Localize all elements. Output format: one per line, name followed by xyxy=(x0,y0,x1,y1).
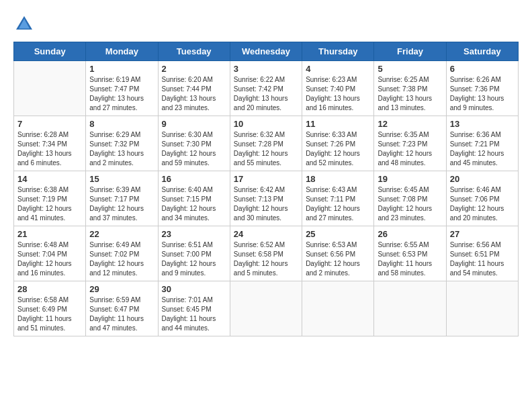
day-info: Sunrise: 6:19 AMSunset: 7:47 PMDaylight:… xyxy=(89,75,154,113)
day-number: 20 xyxy=(450,174,515,184)
calendar-cell: 13Sunrise: 6:36 AMSunset: 7:21 PMDayligh… xyxy=(446,116,518,171)
day-number: 2 xyxy=(162,64,226,74)
calendar-cell: 7Sunrise: 6:28 AMSunset: 7:34 PMDaylight… xyxy=(14,116,86,171)
day-header-friday: Friday xyxy=(374,42,446,61)
day-info: Sunrise: 6:25 AMSunset: 7:38 PMDaylight:… xyxy=(378,75,442,113)
day-number: 12 xyxy=(378,119,442,129)
calendar-cell xyxy=(14,61,86,116)
day-header-monday: Monday xyxy=(86,42,158,61)
calendar-cell: 19Sunrise: 6:45 AMSunset: 7:08 PMDayligh… xyxy=(374,171,446,226)
day-number: 26 xyxy=(378,229,442,239)
day-info: Sunrise: 6:33 AMSunset: 7:26 PMDaylight:… xyxy=(306,130,370,168)
day-number: 11 xyxy=(306,119,370,129)
days-header-row: SundayMondayTuesdayWednesdayThursdayFrid… xyxy=(14,42,519,61)
calendar: SundayMondayTuesdayWednesdayThursdayFrid… xyxy=(13,42,519,336)
calendar-cell: 17Sunrise: 6:42 AMSunset: 7:13 PMDayligh… xyxy=(230,171,302,226)
day-info: Sunrise: 6:28 AMSunset: 7:34 PMDaylight:… xyxy=(17,130,82,168)
day-info: Sunrise: 6:52 AMSunset: 6:58 PMDaylight:… xyxy=(234,240,298,278)
day-number: 10 xyxy=(234,119,298,129)
calendar-cell: 24Sunrise: 6:52 AMSunset: 6:58 PMDayligh… xyxy=(230,226,302,281)
calendar-cell: 21Sunrise: 6:48 AMSunset: 7:04 PMDayligh… xyxy=(14,226,86,281)
calendar-cell: 12Sunrise: 6:35 AMSunset: 7:23 PMDayligh… xyxy=(374,116,446,171)
day-info: Sunrise: 6:45 AMSunset: 7:08 PMDaylight:… xyxy=(378,185,442,223)
week-row-4: 21Sunrise: 6:48 AMSunset: 7:04 PMDayligh… xyxy=(14,226,519,281)
day-number: 16 xyxy=(162,174,226,184)
day-info: Sunrise: 6:20 AMSunset: 7:44 PMDaylight:… xyxy=(162,75,226,113)
day-number: 18 xyxy=(306,174,370,184)
week-row-5: 28Sunrise: 6:58 AMSunset: 6:49 PMDayligh… xyxy=(14,281,519,336)
calendar-cell: 8Sunrise: 6:29 AMSunset: 7:32 PMDaylight… xyxy=(86,116,158,171)
day-info: Sunrise: 6:56 AMSunset: 6:51 PMDaylight:… xyxy=(450,240,515,278)
day-number: 15 xyxy=(89,174,154,184)
day-info: Sunrise: 6:29 AMSunset: 7:32 PMDaylight:… xyxy=(89,130,154,168)
calendar-cell: 15Sunrise: 6:39 AMSunset: 7:17 PMDayligh… xyxy=(86,171,158,226)
day-info: Sunrise: 6:40 AMSunset: 7:15 PMDaylight:… xyxy=(162,185,226,223)
day-info: Sunrise: 6:48 AMSunset: 7:04 PMDaylight:… xyxy=(17,240,82,278)
calendar-cell: 1Sunrise: 6:19 AMSunset: 7:47 PMDaylight… xyxy=(86,61,158,116)
logo xyxy=(13,13,39,35)
calendar-cell: 25Sunrise: 6:53 AMSunset: 6:56 PMDayligh… xyxy=(302,226,374,281)
page-header xyxy=(13,13,519,35)
day-number: 22 xyxy=(89,229,154,239)
day-number: 5 xyxy=(378,64,442,74)
day-number: 1 xyxy=(89,64,154,74)
calendar-cell: 16Sunrise: 6:40 AMSunset: 7:15 PMDayligh… xyxy=(158,171,230,226)
day-number: 13 xyxy=(450,119,515,129)
calendar-cell: 28Sunrise: 6:58 AMSunset: 6:49 PMDayligh… xyxy=(14,281,86,336)
calendar-cell: 27Sunrise: 6:56 AMSunset: 6:51 PMDayligh… xyxy=(446,226,518,281)
calendar-cell: 23Sunrise: 6:51 AMSunset: 7:00 PMDayligh… xyxy=(158,226,230,281)
day-info: Sunrise: 6:46 AMSunset: 7:06 PMDaylight:… xyxy=(450,185,515,223)
calendar-cell: 3Sunrise: 6:22 AMSunset: 7:42 PMDaylight… xyxy=(230,61,302,116)
calendar-cell: 14Sunrise: 6:38 AMSunset: 7:19 PMDayligh… xyxy=(14,171,86,226)
calendar-cell: 6Sunrise: 6:26 AMSunset: 7:36 PMDaylight… xyxy=(446,61,518,116)
calendar-cell: 9Sunrise: 6:30 AMSunset: 7:30 PMDaylight… xyxy=(158,116,230,171)
calendar-cell: 10Sunrise: 6:32 AMSunset: 7:28 PMDayligh… xyxy=(230,116,302,171)
day-number: 25 xyxy=(306,229,370,239)
day-number: 9 xyxy=(162,119,226,129)
calendar-cell: 29Sunrise: 6:59 AMSunset: 6:47 PMDayligh… xyxy=(86,281,158,336)
calendar-cell xyxy=(374,281,446,336)
calendar-cell xyxy=(230,281,302,336)
day-number: 19 xyxy=(378,174,442,184)
day-header-sunday: Sunday xyxy=(14,42,86,61)
day-info: Sunrise: 6:58 AMSunset: 6:49 PMDaylight:… xyxy=(17,295,82,333)
day-number: 6 xyxy=(450,64,515,74)
week-row-2: 7Sunrise: 6:28 AMSunset: 7:34 PMDaylight… xyxy=(14,116,519,171)
day-info: Sunrise: 6:42 AMSunset: 7:13 PMDaylight:… xyxy=(234,185,298,223)
day-info: Sunrise: 6:38 AMSunset: 7:19 PMDaylight:… xyxy=(17,185,82,223)
calendar-cell: 4Sunrise: 6:23 AMSunset: 7:40 PMDaylight… xyxy=(302,61,374,116)
calendar-cell xyxy=(446,281,518,336)
day-info: Sunrise: 6:43 AMSunset: 7:11 PMDaylight:… xyxy=(306,185,370,223)
day-header-saturday: Saturday xyxy=(446,42,518,61)
day-number: 7 xyxy=(17,119,82,129)
day-info: Sunrise: 6:59 AMSunset: 6:47 PMDaylight:… xyxy=(89,295,154,333)
day-number: 8 xyxy=(89,119,154,129)
calendar-cell: 2Sunrise: 6:20 AMSunset: 7:44 PMDaylight… xyxy=(158,61,230,116)
day-number: 27 xyxy=(450,229,515,239)
day-number: 28 xyxy=(17,284,82,294)
calendar-cell: 11Sunrise: 6:33 AMSunset: 7:26 PMDayligh… xyxy=(302,116,374,171)
day-info: Sunrise: 6:30 AMSunset: 7:30 PMDaylight:… xyxy=(162,130,226,168)
day-info: Sunrise: 6:23 AMSunset: 7:40 PMDaylight:… xyxy=(306,75,370,113)
day-info: Sunrise: 6:49 AMSunset: 7:02 PMDaylight:… xyxy=(89,240,154,278)
day-number: 30 xyxy=(162,284,226,294)
day-number: 3 xyxy=(234,64,298,74)
day-info: Sunrise: 6:26 AMSunset: 7:36 PMDaylight:… xyxy=(450,75,515,113)
day-info: Sunrise: 7:01 AMSunset: 6:45 PMDaylight:… xyxy=(162,295,226,333)
day-info: Sunrise: 6:36 AMSunset: 7:21 PMDaylight:… xyxy=(450,130,515,168)
day-info: Sunrise: 6:35 AMSunset: 7:23 PMDaylight:… xyxy=(378,130,442,168)
day-number: 21 xyxy=(17,229,82,239)
calendar-cell: 30Sunrise: 7:01 AMSunset: 6:45 PMDayligh… xyxy=(158,281,230,336)
week-row-1: 1Sunrise: 6:19 AMSunset: 7:47 PMDaylight… xyxy=(14,61,519,116)
day-number: 4 xyxy=(306,64,370,74)
calendar-cell: 22Sunrise: 6:49 AMSunset: 7:02 PMDayligh… xyxy=(86,226,158,281)
day-number: 23 xyxy=(162,229,226,239)
day-header-tuesday: Tuesday xyxy=(158,42,230,61)
calendar-cell: 20Sunrise: 6:46 AMSunset: 7:06 PMDayligh… xyxy=(446,171,518,226)
day-number: 24 xyxy=(234,229,298,239)
day-number: 14 xyxy=(17,174,82,184)
day-info: Sunrise: 6:51 AMSunset: 7:00 PMDaylight:… xyxy=(162,240,226,278)
day-info: Sunrise: 6:32 AMSunset: 7:28 PMDaylight:… xyxy=(234,130,298,168)
day-header-thursday: Thursday xyxy=(302,42,374,61)
calendar-cell: 5Sunrise: 6:25 AMSunset: 7:38 PMDaylight… xyxy=(374,61,446,116)
